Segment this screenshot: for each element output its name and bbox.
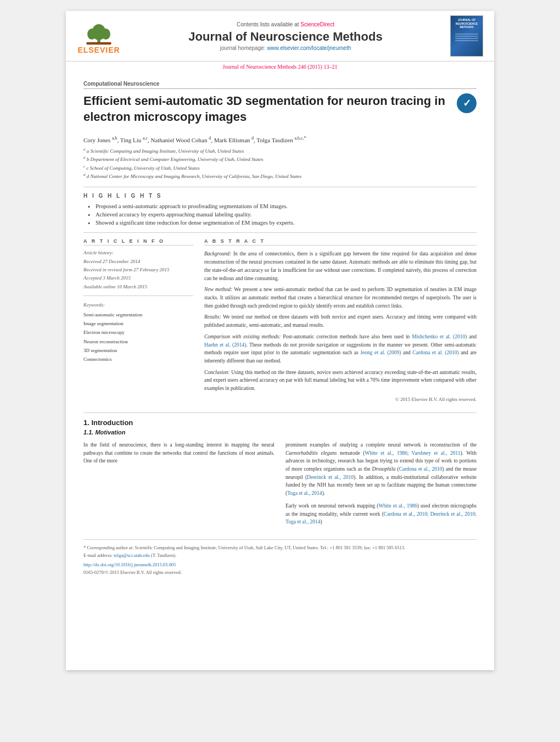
sciencedirect-link[interactable]: ScienceDirect: [300, 21, 334, 27]
white-1986-link[interactable]: White et al., 1986: [365, 450, 407, 456]
article-history: Article history: Received 27 December 20…: [83, 249, 193, 295]
copyright-line: © 2015 Elsevier B.V. All rights reserved…: [204, 396, 477, 404]
corresponding-footnote: * Corresponding author at: Scientific Co…: [83, 544, 477, 552]
svg-point-3: [102, 29, 110, 40]
article-page: ELSEVIER Contents lists available at Sci…: [66, 11, 494, 670]
highlights-list: Proposed a semi-automatic approach to pr…: [83, 203, 477, 226]
elsevier-logo: ELSEVIER: [77, 18, 121, 54]
jeong-link[interactable]: Jeong et al. (2009): [360, 350, 401, 355]
highlight-item-1: Proposed a semi-automatic approach to pr…: [88, 203, 477, 209]
intro-body: In the field of neuroscience, there is a…: [83, 441, 477, 531]
email-link[interactable]: tolga@sci.utah.edu: [114, 553, 149, 558]
toga-link[interactable]: Toga et al., 2014: [287, 490, 322, 496]
doi-link[interactable]: http://dx.doi.org/10.1016/j.jneumeth.201…: [83, 562, 176, 567]
article-info-col: A R T I C L E I N F O Article history: R…: [83, 238, 193, 403]
white-1986-link-2[interactable]: White et al., 1986: [379, 503, 417, 509]
journal-header-center: Contents lists available at ScienceDirec…: [121, 21, 450, 51]
abstract-conclusion: Conclusion: Using this method on the thr…: [204, 369, 477, 393]
cover-title: JOURNAL OF NEUROSCIENCE METHODS: [456, 18, 478, 29]
svg-point-2: [87, 29, 96, 40]
intro-right-text-2: Early work on neuronal network mapping (…: [285, 502, 477, 526]
cardona-2010-link[interactable]: Cardona et al., 2010: [399, 466, 443, 472]
title-area: Efficient semi-automatic 3D segmentation…: [83, 93, 477, 130]
cardona-deerinck-link[interactable]: Cardona et al., 2010; Deerinck et al., 2…: [285, 511, 477, 525]
keyword-5: 3D segmentation: [83, 346, 193, 355]
intro-left-text: In the field of neuroscience, there is a…: [83, 441, 275, 465]
info-abstract-area: A R T I C L E I N F O Article history: R…: [83, 238, 477, 403]
highlight-item-3: Showed a significant time reduction for …: [88, 220, 477, 226]
abstract-label: A B S T R A C T: [204, 238, 477, 246]
journal-homepage: journal homepage: www.elsevier.com/locat…: [121, 45, 450, 51]
email-footnote: E-mail address: tolga@sci.utah.edu (T. T…: [83, 552, 477, 560]
deerinck-link[interactable]: Deerinck et al., 2010: [307, 475, 354, 480]
abstract-col: A B S T R A C T Background: In the area …: [204, 238, 477, 403]
homepage-url[interactable]: www.elsevier.com/locate/jneumeth: [267, 45, 351, 51]
highlights-label: H I G H L I G H T S: [83, 193, 477, 199]
article-title: Efficient semi-automatic 3D segmentation…: [83, 93, 451, 125]
intro-left-col: In the field of neuroscience, there is a…: [83, 441, 275, 531]
section-number: 1. Introduction: [83, 419, 477, 427]
authors-line: Cory Jones a,b, Ting Liu a,c, Nathaniel …: [83, 136, 477, 143]
intro-right-text-1: prominent examples of studying a complet…: [285, 441, 477, 498]
intro-right-col: prominent examples of studying a complet…: [285, 441, 477, 531]
journal-title: Journal of Neuroscience Methods: [121, 30, 450, 44]
crossmark-icon: ✓: [457, 93, 477, 113]
varshney-link[interactable]: Varshney et al., 2011: [412, 450, 461, 456]
journal-cover: JOURNAL OF NEUROSCIENCE METHODS: [450, 15, 483, 57]
keyword-4: Neuron reconstruction: [83, 337, 193, 346]
haehn-link[interactable]: Haehn et al. (2014): [204, 342, 246, 348]
elsevier-tree-icon: [82, 18, 115, 46]
keyword-3: Electron microscopy: [83, 328, 193, 337]
journal-ref-link[interactable]: Journal of Neuroscience Methods 246 (201…: [223, 64, 338, 70]
keywords-label: Keywords:: [83, 300, 193, 309]
abstract-background: Background: In the area of connectomics,…: [204, 250, 477, 282]
subsection-number: 1.1. Motivation: [83, 429, 477, 436]
keyword-2: Image segmentation: [83, 319, 193, 328]
abstract-results: Results: We tested our method on three d…: [204, 313, 477, 329]
abstract-new-method: New method: We present a new semi-automa…: [204, 286, 477, 310]
highlights-section: H I G H L I G H T S Proposed a semi-auto…: [83, 193, 477, 226]
article-info-label: A R T I C L E I N F O: [83, 238, 193, 246]
elsevier-label: ELSEVIER: [77, 46, 120, 54]
abstract-comparison: Comparison with existing methods: Post-a…: [204, 333, 477, 365]
keyword-6: Connectomics: [83, 355, 193, 364]
article-content: Computational Neuroscience Efficient sem…: [66, 72, 494, 587]
issn-line: 0165-0270/© 2015 Elsevier B.V. All right…: [83, 569, 477, 577]
contents-available: Contents lists available at ScienceDirec…: [121, 21, 450, 27]
svg-rect-4: [86, 42, 111, 44]
affiliations: a a Scientific Computing and Imaging Ins…: [83, 147, 477, 181]
cardona-link[interactable]: Cardona et al. (2010): [412, 350, 458, 355]
mishchenko-link[interactable]: Mishchenko et al. (2010): [412, 334, 467, 339]
introduction-section: 1. Introduction 1.1. Motivation In the f…: [83, 419, 477, 531]
abstract-text: Background: In the area of connectomics,…: [204, 250, 477, 403]
doi-line: http://dx.doi.org/10.1016/j.jneumeth.201…: [83, 561, 477, 569]
journal-reference: Journal of Neuroscience Methods 246 (201…: [66, 62, 494, 72]
journal-header: ELSEVIER Contents lists available at Sci…: [66, 11, 494, 62]
keyword-1: Semi-automatic segmentation: [83, 310, 193, 319]
footnote-area: * Corresponding author at: Scientific Co…: [83, 539, 477, 576]
section-label: Computational Neuroscience: [83, 81, 477, 89]
highlight-item-2: Achieved accuracy by experts approaching…: [88, 211, 477, 217]
cover-decoration: [453, 32, 480, 42]
keywords-section: Keywords: Semi-automatic segmentation Im…: [83, 300, 193, 364]
